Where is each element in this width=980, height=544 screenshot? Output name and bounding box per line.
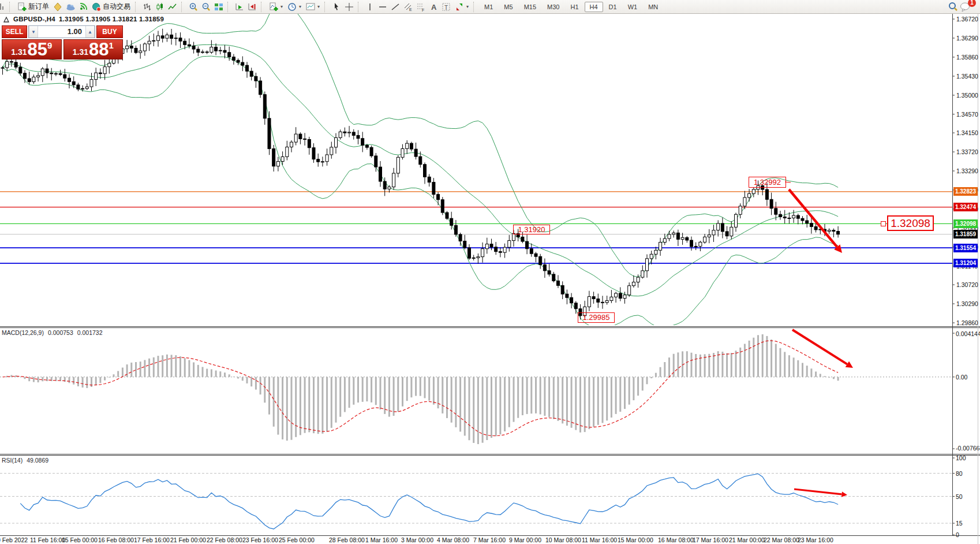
svg-text:E: E [409,8,412,12]
timeframe-H4[interactable]: H4 [585,2,603,12]
arrows-tool-button[interactable]: ▾ [452,1,471,13]
rsi-value: 49.0869 [27,457,48,464]
crosshair-tool-button[interactable] [343,1,356,13]
symbol-period-label: GBPUSD-,H4 [13,16,55,23]
new-order-label: 新订单 [28,2,49,12]
macd-signal-value: 0.001732 [77,329,103,336]
chart-canvas[interactable] [0,0,980,544]
vertical-line-tool-button[interactable] [364,1,376,13]
sell-price[interactable]: 1.31859 [2,39,62,59]
dropdown-caret-icon: ▾ [299,4,301,9]
buy-price-pip: 1 [109,40,113,50]
main-toolbar: 新订单 自动交易 ▾ [0,0,980,14]
indicators-icon [269,2,278,12]
toolbar-separator [261,2,265,12]
market-cloud-button[interactable] [64,1,77,13]
vertical-line-icon [365,2,375,12]
text-label-icon: T [442,2,451,12]
cursor-icon [332,2,341,12]
macd-name: MACD(12,26,9) [2,329,44,336]
sell-price-pip: 9 [47,40,52,50]
line-chart-icon [168,2,177,12]
trendline-tool-button[interactable] [389,1,402,13]
chart-shift-icon [248,2,257,12]
timeframe-M30[interactable]: M30 [542,2,564,12]
candlestick-mode-button[interactable] [154,1,166,13]
zoom-in-button[interactable] [187,1,200,13]
buy-price-main: 88 [89,40,109,59]
toolbar-separator [324,2,328,12]
zoom-out-button[interactable] [200,1,212,13]
line-chart-mode-button[interactable] [166,1,179,13]
zoom-out-icon [201,2,211,12]
auto-trading-icon [92,2,101,12]
sell-price-prefix: 1.31 [11,47,27,57]
timeframe-H1[interactable]: H1 [565,2,583,12]
fibonacci-icon: F [416,2,425,12]
search-button[interactable] [947,1,959,13]
dropdown-caret-icon: ▾ [280,4,283,9]
toolbar-separator [9,2,13,12]
zoom-in-icon [189,2,198,12]
notification-badge: 1 [968,0,976,7]
metaeditor-button[interactable] [51,1,64,13]
charts-button[interactable] [0,1,7,13]
buy-price[interactable]: 1.31881 [63,39,124,59]
tile-windows-icon [214,2,223,12]
indicators-menu-button[interactable]: ▾ [267,1,285,13]
toolbar-separator [135,2,139,12]
timeframe-MN[interactable]: MN [643,2,663,12]
bar-chart-mode-button[interactable] [141,1,154,13]
search-icon [948,2,958,12]
templates-menu-button[interactable]: ▾ [304,1,322,13]
auto-trading-button[interactable]: 自动交易 [89,1,133,13]
sell-button[interactable]: SELL [2,25,27,38]
macd-label: MACD(12,26,9) 0.000753 0.001732 [2,329,103,336]
volume-input[interactable]: 1.00 [38,26,85,38]
equidistant-channel-tool-button[interactable]: E [402,1,414,13]
signals-icon [78,2,88,12]
clock-icon [287,2,297,12]
signals-button[interactable] [77,1,89,13]
chart-corner-icon [3,16,10,23]
template-icon [306,2,315,12]
macd-main-value: 0.000753 [48,329,73,336]
timeframe-toolbar: M1M5M15M30H1H4D1W1MN [479,2,663,12]
metaeditor-icon [53,2,62,12]
auto-scroll-button[interactable] [233,1,246,13]
svg-text:T: T [444,4,448,10]
timeframe-M5[interactable]: M5 [499,2,518,12]
volume-decrease-button[interactable]: ▼ [29,26,38,38]
volume-increase-button[interactable]: ▲ [85,26,95,38]
cloud-icon [66,2,76,12]
candlestick-icon [155,2,164,12]
toolbar-separator [181,2,185,12]
text-tool-button[interactable]: A [427,1,440,13]
horizontal-line-tool-button[interactable] [376,1,389,13]
chart-shift-button[interactable] [246,1,259,13]
periods-menu-button[interactable]: ▾ [285,1,304,13]
timeframe-M1[interactable]: M1 [479,2,498,12]
timeframe-W1[interactable]: W1 [623,2,643,12]
svg-text:F: F [422,8,424,12]
one-click-trading-panel: SELL ▼ 1.00 ▲ BUY 1.31859 1.31881 [2,25,123,59]
svg-text:A: A [431,3,437,12]
ohlc-values: 1.31905 1.31905 1.31821 1.31859 [59,16,164,23]
crosshair-icon [345,2,354,12]
new-order-icon [17,2,27,12]
new-order-button[interactable]: 新订单 [15,1,51,13]
dropdown-caret-icon: ▾ [466,4,469,9]
fibonacci-tool-button[interactable]: F [414,1,427,13]
text-label-tool-button[interactable]: T [440,1,452,13]
timeframe-M15[interactable]: M15 [519,2,541,12]
tile-windows-button[interactable] [212,1,225,13]
chat-button[interactable]: 1 [959,1,972,13]
timeframe-D1[interactable]: D1 [604,2,622,12]
cursor-tool-button[interactable] [330,1,343,13]
buy-button[interactable]: BUY [96,25,123,38]
rsi-name: RSI(14) [2,457,23,464]
auto-scroll-icon [235,2,244,12]
volume-control: ▼ 1.00 ▲ [28,25,95,38]
mt4-window: 新订单 自动交易 ▾ [0,0,980,544]
dropdown-caret-icon: ▾ [317,4,320,9]
